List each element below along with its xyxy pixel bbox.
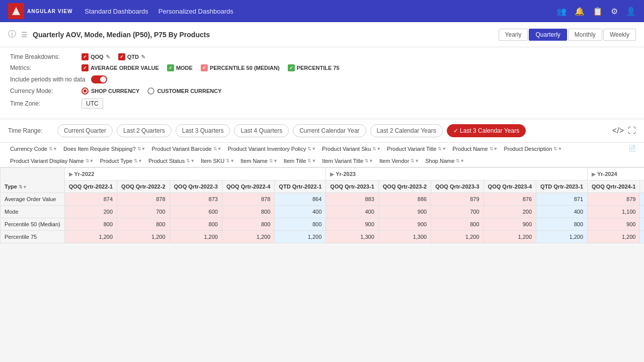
col-variant-title[interactable]: Product Variant Title ⇅▼: [385, 145, 448, 153]
sort-filter-icon: ⇅▼: [456, 158, 464, 163]
col-item-sku[interactable]: Item SKU ⇅▼: [199, 157, 236, 165]
table-row: Percentile 751,2001,2001,2001,2001,2001,…: [1, 231, 645, 243]
breakdown-checkboxes: ✓ QOQ ✎ ✓ QTD ✎: [82, 53, 145, 60]
period-quarterly[interactable]: Quarterly: [529, 29, 567, 41]
mode-checkbox[interactable]: ✓: [167, 64, 174, 71]
data-cell: 883: [326, 193, 378, 206]
help-icon[interactable]: ⓘ: [8, 29, 16, 40]
tr-current-quarter[interactable]: Current Quarter: [57, 124, 113, 137]
data-cell: 1,200: [640, 231, 644, 243]
code-view-button[interactable]: </>: [612, 126, 624, 135]
data-cell: 880: [640, 193, 644, 206]
data-cell: 200: [484, 206, 536, 218]
col-item-variant-title[interactable]: Item Variant Title ⇅▼: [320, 157, 375, 165]
aov-checkbox[interactable]: ✓: [82, 64, 89, 71]
data-cell: 1,200: [222, 231, 274, 243]
col-qtd-2022-1[interactable]: QTD Qrtr-2022-1: [275, 180, 326, 193]
mode-label: MODE: [176, 65, 193, 71]
data-cell: 1,200: [275, 231, 326, 243]
data-cell: 1,200: [484, 231, 536, 243]
filter-icon[interactable]: ☰: [21, 31, 28, 39]
nav-standard-dashboards[interactable]: Standard Dashboards: [85, 8, 148, 15]
expand-button[interactable]: ⛶: [628, 126, 636, 135]
data-cell: 1,200: [536, 231, 588, 243]
sort-filter-icon: ⇅▼: [307, 158, 316, 163]
col-qoq-2022-3[interactable]: QOQ Qrtr-2022-3: [170, 180, 222, 193]
col-product-type[interactable]: Product Type ⇅▼: [98, 157, 144, 165]
col-inventory-policy[interactable]: Product Variant Inventory Policy ⇅▼: [225, 145, 318, 153]
qoq-edit-icon[interactable]: ✎: [106, 54, 110, 60]
tr-current-calendar-year[interactable]: Current Calendar Year: [293, 124, 366, 137]
tr-last-3-calendar-years[interactable]: ✓ Last 3 Calendar Years: [447, 124, 526, 137]
data-cell: 900: [640, 218, 644, 231]
include-toggle[interactable]: [91, 75, 107, 83]
settings-icon[interactable]: ⚙: [611, 7, 618, 16]
col-qtd-2024-1[interactable]: QTD Qrtr-2024-1: [640, 180, 644, 193]
clipboard-icon[interactable]: 📋: [593, 7, 603, 16]
table-body: Average Order Value874878873878864883886…: [1, 193, 645, 243]
data-cell: 400: [275, 206, 326, 218]
col-product-name[interactable]: Product Name ⇅▼: [450, 145, 500, 153]
yr2023-header: ▶ Yr-2023: [326, 168, 588, 180]
col-currency-code[interactable]: Currency Code ⇅▼: [8, 145, 59, 153]
data-cell: 800: [275, 218, 326, 231]
yr2024-header: ▶ Yr-2024: [588, 168, 644, 180]
col-qoq-2023-4[interactable]: QOQ Qrtr-2023-4: [484, 180, 536, 193]
data-cell: 1,200: [64, 231, 117, 243]
breakdown-qoq: ✓ QOQ ✎: [82, 53, 110, 60]
col-qoq-2024-1[interactable]: QOQ Qrtr-2024-1: [588, 180, 640, 193]
col-item-name[interactable]: Item Name ⇅▼: [238, 157, 280, 165]
col-qoq-2022-4[interactable]: QOQ Qrtr-2022-4: [222, 180, 274, 193]
data-cell: 400: [536, 206, 588, 218]
customer-currency-radio[interactable]: [147, 87, 154, 95]
tr-last-4-quarters[interactable]: Last 4 Quarters: [234, 124, 289, 137]
qtd-checkbox[interactable]: ✓: [118, 53, 125, 60]
tr-last-2-calendar-years[interactable]: Last 2 Calendar Years: [370, 124, 443, 137]
row-type-cell: Mode: [1, 206, 65, 218]
user-icon[interactable]: 👤: [626, 7, 636, 16]
col-shop-name[interactable]: Shop Name ⇅▼: [423, 157, 466, 165]
col-product-status[interactable]: Product Status ⇅▼: [146, 157, 197, 165]
period-yearly[interactable]: Yearly: [499, 29, 528, 41]
metric-p50: ✓ PERCENTILE 50 (MEDIAN): [201, 64, 280, 71]
col-variant-sku[interactable]: Product Variant Sku ⇅▼: [320, 145, 383, 153]
tr-last-2-quarters[interactable]: Last 2 Quarters: [117, 124, 172, 137]
col-display-name[interactable]: Product Variant Display Name ⇅▼: [8, 157, 96, 165]
p75-checkbox[interactable]: ✓: [288, 64, 295, 71]
nav-personalized-dashboards[interactable]: Personalized Dashboards: [158, 8, 233, 15]
sort-type-icon[interactable]: ⇅▼: [19, 185, 27, 190]
year-group-header-row: Type ⇅▼ ▶ Yr-2022 ▶ Yr-2023 ▶ Yr-2024: [1, 168, 645, 180]
shop-currency-radio[interactable]: [82, 87, 89, 95]
col-product-desc[interactable]: Product Description ⇅▼: [502, 145, 564, 153]
column-headers-row1: Currency Code ⇅▼ Does Item Require Shipp…: [0, 143, 644, 155]
data-cell: 886: [378, 193, 431, 206]
col-item-vendor[interactable]: Item Vendor ⇅▼: [377, 157, 421, 165]
export-icon[interactable]: 📄: [628, 145, 636, 153]
col-qoq-2023-3[interactable]: QOQ Qrtr-2023-3: [431, 180, 484, 193]
col-item-title[interactable]: Item Title ⇅▼: [282, 157, 318, 165]
data-cell: 800: [117, 218, 170, 231]
users-icon[interactable]: 👥: [556, 7, 567, 16]
yr2022-header: ▶ Yr-2022: [64, 168, 326, 180]
col-requires-shipping[interactable]: Does Item Require Shipping? ⇅▼: [61, 145, 148, 153]
period-weekly[interactable]: Weekly: [603, 29, 636, 41]
timezone-label: Time Zone:: [10, 100, 75, 107]
p75-label: PERCENTILE 75: [297, 65, 340, 71]
data-cell: 1,300: [378, 231, 431, 243]
col-qoq-2022-2[interactable]: QOQ Qrtr-2022-2: [117, 180, 170, 193]
col-variant-barcode[interactable]: Product Variant Barcode ⇅▼: [150, 145, 224, 153]
customer-currency-label: CUSTOMER CURRENCY: [157, 88, 221, 94]
col-qtd-2023-1[interactable]: QTD Qrtr-2023-1: [536, 180, 588, 193]
data-cell: 700: [117, 206, 170, 218]
p50-checkbox[interactable]: ✓: [201, 64, 208, 71]
col-qoq-2022-1[interactable]: QOQ Qrtr-2022-1: [64, 180, 117, 193]
metric-p75: ✓ PERCENTILE 75: [288, 64, 340, 71]
bell-icon[interactable]: 🔔: [575, 7, 585, 16]
col-qoq-2023-2[interactable]: QOQ Qrtr-2023-2: [378, 180, 431, 193]
col-qoq-2023-1[interactable]: QOQ Qrtr-2023-1: [326, 180, 378, 193]
tr-last-3-quarters[interactable]: Last 3 Quarters: [176, 124, 230, 137]
period-monthly[interactable]: Monthly: [568, 29, 602, 41]
qtd-edit-icon[interactable]: ✎: [141, 54, 145, 60]
qoq-checkbox[interactable]: ✓: [82, 53, 89, 60]
time-range-bar: Time Range: Current Quarter Last 2 Quart…: [0, 119, 644, 143]
